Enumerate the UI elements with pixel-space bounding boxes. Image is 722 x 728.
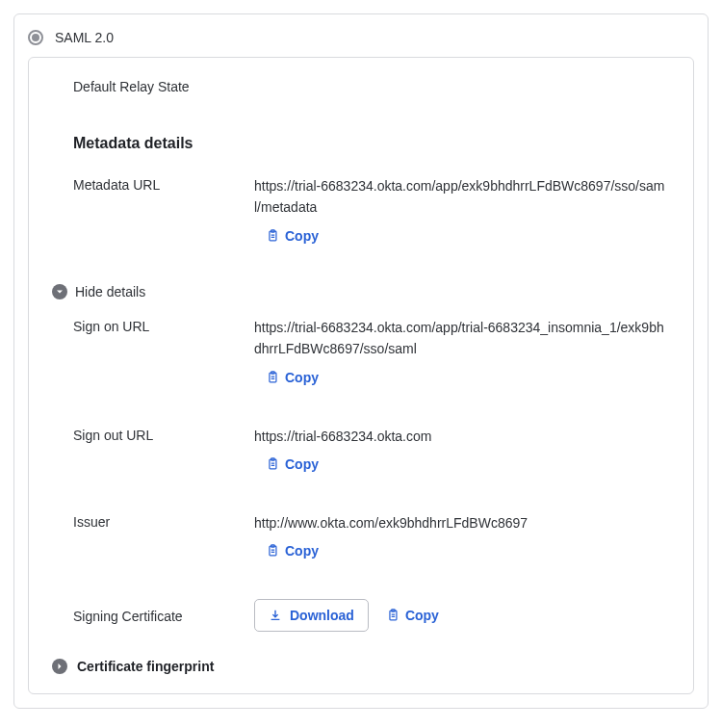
certificate-fingerprint-toggle[interactable]: Certificate fingerprint xyxy=(52,659,670,674)
copy-certificate-button[interactable]: Copy xyxy=(386,608,439,623)
hide-details-label: Hide details xyxy=(75,284,145,299)
sign-out-url-value-col: https://trial-6683234.okta.com Copy xyxy=(254,426,670,474)
copy-metadata-url-button[interactable]: Copy xyxy=(254,228,319,244)
chevron-right-icon xyxy=(52,659,67,674)
sign-out-url-label: Sign out URL xyxy=(73,426,254,443)
copy-issuer-button[interactable]: Copy xyxy=(254,543,319,559)
download-icon xyxy=(269,609,282,622)
sign-on-method-row: SAML 2.0 xyxy=(28,26,694,57)
copy-label: Copy xyxy=(285,370,319,385)
signing-certificate-row: Signing Certificate Download Copy xyxy=(73,599,670,632)
clipboard-icon xyxy=(386,609,400,622)
metadata-url-row: Metadata URL https://trial-6683234.okta.… xyxy=(73,175,670,246)
metadata-url-value-col: https://trial-6683234.okta.com/app/exk9b… xyxy=(254,175,670,246)
sign-on-url-value-col: https://trial-6683234.okta.com/app/trial… xyxy=(254,317,670,387)
copy-label: Copy xyxy=(285,543,319,559)
issuer-value: http://www.okta.com/exk9bhdhrrLFdBWc8697 xyxy=(254,512,670,533)
signing-certificate-actions: Download Copy xyxy=(254,599,670,632)
sign-on-url-value: https://trial-6683234.okta.com/app/trial… xyxy=(254,317,670,360)
metadata-section-title: Metadata details xyxy=(73,135,670,152)
download-label: Download xyxy=(290,608,354,623)
copy-label: Copy xyxy=(285,456,319,472)
hide-details-toggle[interactable]: Hide details xyxy=(52,284,670,299)
download-certificate-button[interactable]: Download xyxy=(254,599,369,632)
sign-out-url-row: Sign out URL https://trial-6683234.okta.… xyxy=(73,426,670,474)
copy-label: Copy xyxy=(405,608,439,623)
metadata-url-label: Metadata URL xyxy=(73,175,254,193)
copy-label: Copy xyxy=(285,228,319,244)
metadata-url-value: https://trial-6683234.okta.com/app/exk9b… xyxy=(254,175,670,219)
sign-out-url-value: https://trial-6683234.okta.com xyxy=(254,426,670,447)
copy-sign-on-url-button[interactable]: Copy xyxy=(254,370,319,385)
saml-settings-panel: SAML 2.0 Default Relay State Metadata de… xyxy=(13,13,709,709)
chevron-down-icon xyxy=(52,284,67,299)
saml-details-panel: Default Relay State Metadata details Met… xyxy=(28,57,694,694)
clipboard-icon xyxy=(266,457,279,471)
panel-content: Default Relay State Metadata details Met… xyxy=(52,79,670,674)
issuer-label: Issuer xyxy=(73,512,254,530)
issuer-row: Issuer http://www.okta.com/exk9bhdhrrLFd… xyxy=(73,512,670,560)
radio-dot-icon xyxy=(32,34,39,41)
radio-saml-label: SAML 2.0 xyxy=(55,30,114,45)
issuer-value-col: http://www.okta.com/exk9bhdhrrLFdBWc8697… xyxy=(254,512,670,560)
certificate-fingerprint-label: Certificate fingerprint xyxy=(77,659,214,674)
sign-on-url-label: Sign on URL xyxy=(73,317,254,334)
radio-saml-2[interactable] xyxy=(28,30,43,45)
signing-certificate-label: Signing Certificate xyxy=(73,607,254,624)
default-relay-state-label: Default Relay State xyxy=(73,79,670,94)
clipboard-icon xyxy=(266,544,279,558)
sign-on-url-row: Sign on URL https://trial-6683234.okta.c… xyxy=(73,317,670,387)
copy-sign-out-url-button[interactable]: Copy xyxy=(254,456,319,472)
clipboard-icon xyxy=(266,371,279,384)
clipboard-icon xyxy=(266,229,279,243)
